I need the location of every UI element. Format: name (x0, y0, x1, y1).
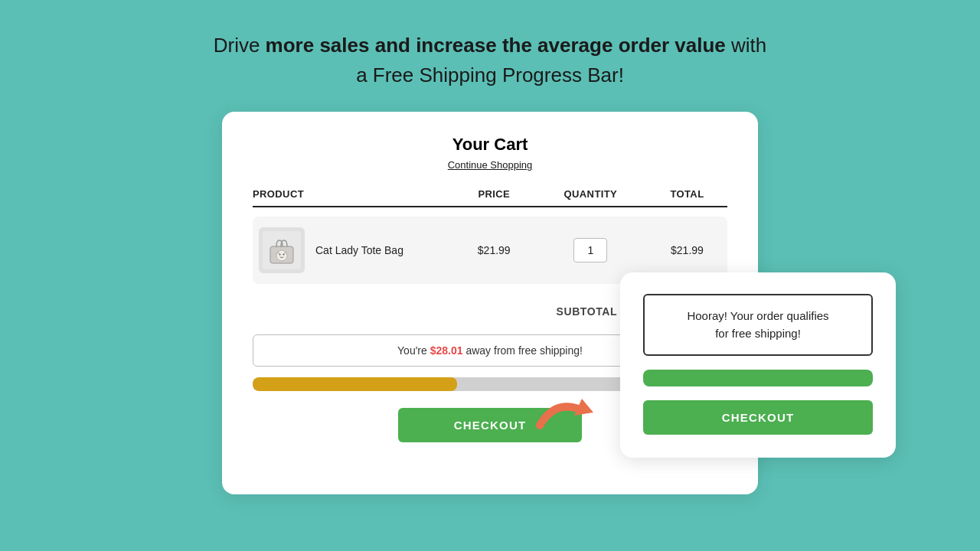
table-header: PRODUCT PRICE QUANTITY TOTAL (253, 188, 727, 207)
product-price: $21.99 (454, 244, 534, 256)
after-card: Hooray! Your order qualifies for free sh… (620, 272, 896, 458)
continue-shopping-link[interactable]: Continue Shopping (253, 158, 727, 171)
headline: Drive more sales and increase the averag… (0, 0, 980, 90)
green-progress-bar (643, 370, 873, 386)
after-checkout-button[interactable]: CHECKOUT (643, 400, 873, 435)
free-shipping-line2: for free shipping! (655, 325, 861, 343)
shipping-notice-amount: $28.01 (430, 344, 463, 357)
col-header-total: TOTAL (647, 188, 727, 200)
quantity-box[interactable]: 1 (573, 238, 607, 262)
continue-shopping-anchor[interactable]: Continue Shopping (448, 159, 533, 171)
cart-title: Your Cart (253, 135, 727, 155)
col-header-price: PRICE (454, 188, 534, 200)
col-header-quantity: QUANTITY (534, 188, 647, 200)
headline-line2: a Free Shipping Progress Bar! (356, 64, 624, 86)
shipping-notice-suffix: away from free shipping! (463, 344, 583, 357)
svg-point-3 (279, 254, 281, 256)
free-shipping-line1: Hooray! Your order qualifies (655, 308, 861, 325)
main-area: Your Cart Continue Shopping PRODUCT PRIC… (0, 112, 980, 494)
product-total: $21.99 (647, 244, 727, 256)
svg-point-4 (283, 254, 285, 256)
progress-bar-fill (253, 377, 457, 391)
shipping-notice-prefix: You're (397, 344, 430, 357)
product-cell: Cat Lady Tote Bag (253, 227, 454, 273)
subtotal-label: SUBTOTAL (557, 305, 617, 318)
headline-bold: more sales and increase the average orde… (266, 34, 726, 57)
headline-part2: with (726, 34, 766, 57)
col-header-product: PRODUCT (253, 188, 454, 200)
product-name: Cat Lady Tote Bag (315, 244, 403, 256)
product-quantity[interactable]: 1 (534, 238, 647, 262)
free-shipping-message: Hooray! Your order qualifies for free sh… (643, 294, 873, 356)
product-image (259, 227, 305, 273)
arrow-icon (532, 383, 593, 437)
headline-part1: Drive (214, 34, 266, 57)
arrow-container (532, 383, 593, 440)
